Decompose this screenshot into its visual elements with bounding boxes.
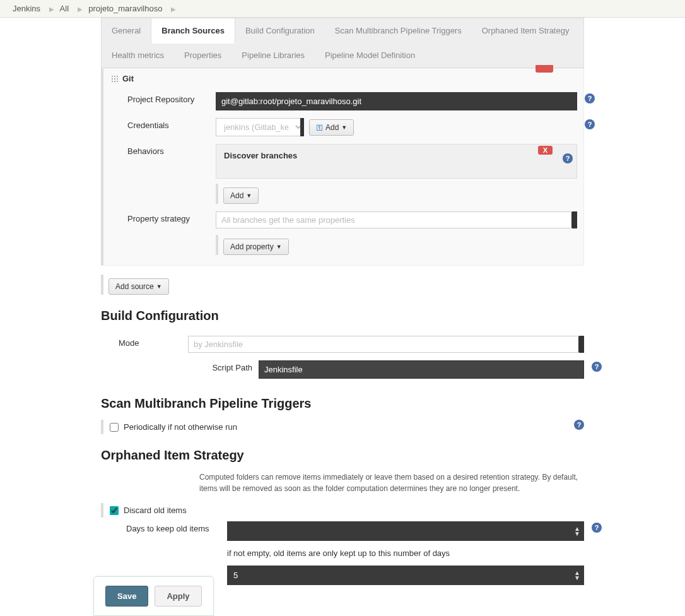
credentials-label: Credentials — [127, 118, 216, 130]
spinner-icon[interactable]: ▲▼ — [574, 571, 580, 581]
help-icon[interactable]: ? — [563, 153, 573, 163]
periodic-label: Periodically if not otherwise run — [124, 422, 237, 432]
help-icon[interactable]: ? — [585, 93, 595, 104]
discard-old-items-checkbox[interactable] — [110, 506, 119, 515]
git-title: Git — [122, 74, 134, 83]
spinner-icon[interactable]: ▲▼ — [574, 526, 580, 536]
help-icon[interactable]: ? — [585, 119, 595, 129]
apply-button[interactable]: Apply — [155, 586, 201, 607]
tab-health-metrics[interactable]: Health metrics — [102, 43, 174, 68]
bottom-action-bar: Save Apply — [93, 576, 214, 616]
chevron-right-icon: ▶ — [78, 6, 83, 13]
add-property-label: Add property — [230, 242, 274, 251]
tab-branch-sources[interactable]: Branch Sources — [151, 18, 235, 44]
discard-row: Discard old items — [101, 503, 584, 518]
help-icon[interactable]: ? — [574, 420, 584, 430]
property-strategy-label: Property strategy — [127, 211, 216, 223]
chevron-right-icon: ▶ — [49, 6, 54, 13]
build-config-heading: Build Configuration — [101, 309, 584, 323]
tab-orphaned[interactable]: Orphaned Item Strategy — [472, 18, 580, 43]
mode-label: Mode — [119, 336, 188, 348]
tab-general[interactable]: General — [102, 18, 151, 43]
save-button[interactable]: Save — [105, 586, 148, 607]
script-path-label: Script Path — [208, 360, 259, 372]
periodic-checkbox[interactable] — [110, 423, 119, 432]
script-path-input[interactable] — [259, 360, 584, 379]
git-source-block: Git Project Repository ? Credentials jen… — [101, 68, 584, 266]
behavior-title: Discover branches — [224, 151, 569, 160]
days-label: Days to keep old items — [126, 521, 227, 533]
days-hint: if not empty, old items are only kept up… — [227, 545, 584, 562]
add-behavior-button[interactable]: Add ▼ — [223, 187, 259, 204]
delete-behavior-button[interactable]: X — [538, 146, 553, 155]
mode-select[interactable]: by Jenkinsfile — [188, 336, 584, 353]
days-to-keep-input[interactable] — [227, 521, 584, 541]
select-cap — [300, 118, 304, 136]
tab-properties[interactable]: Properties — [174, 43, 231, 68]
caret-down-icon: ▼ — [341, 124, 347, 131]
add-source-button[interactable]: Add source ▼ — [108, 278, 169, 295]
scan-triggers-heading: Scan Multibranch Pipeline Triggers — [101, 396, 584, 411]
drag-handle-icon[interactable] — [111, 75, 119, 83]
project-repository-input[interactable] — [216, 92, 577, 110]
config-tabs: General Branch Sources Build Configurati… — [101, 18, 584, 68]
periodic-checkbox-row: Periodically if not otherwise run — [101, 420, 584, 434]
breadcrumb-jenkins[interactable]: Jenkins — [13, 4, 40, 13]
breadcrumb-all[interactable]: All — [60, 4, 69, 13]
breadcrumbs: Jenkins ▶ All ▶ projeto_maravilhoso ▶ — [0, 0, 685, 18]
add-label: Add — [325, 123, 339, 132]
add-property-button[interactable]: Add property ▼ — [223, 239, 289, 255]
add-source-label: Add source — [115, 282, 154, 291]
orphaned-heading: Orphaned Item Strategy — [101, 448, 584, 463]
tab-pipeline-model[interactable]: Pipeline Model Definition — [315, 43, 425, 68]
orphaned-description: Computed folders can remove items immedi… — [199, 471, 584, 494]
discover-branches-block: X ? Discover branches — [216, 144, 577, 179]
tab-build-config[interactable]: Build Configuration — [235, 18, 325, 43]
behaviors-label: Behaviors — [127, 144, 216, 156]
add-credentials-button[interactable]: ⚿ Add ▼ — [309, 119, 354, 136]
key-icon: ⚿ — [316, 124, 323, 131]
chevron-right-icon: ▶ — [171, 6, 176, 13]
add-label: Add — [230, 191, 243, 200]
credentials-select[interactable]: jenkins (Gitlab_key) — [216, 118, 304, 136]
help-icon[interactable]: ? — [592, 362, 602, 372]
max-items-input[interactable] — [227, 566, 584, 585]
max-label-truncated — [126, 566, 227, 568]
property-strategy-select[interactable]: All branches get the same properties — [216, 211, 577, 228]
help-icon[interactable]: ? — [592, 523, 602, 533]
breadcrumb-project[interactable]: projeto_maravilhoso — [88, 4, 162, 13]
delete-source-button[interactable] — [536, 65, 553, 73]
caret-down-icon: ▼ — [156, 283, 162, 290]
discard-label: Discard old items — [124, 506, 187, 515]
caret-down-icon: ▼ — [276, 244, 282, 250]
caret-down-icon: ▼ — [246, 192, 252, 199]
repo-label: Project Repository — [127, 92, 216, 104]
tab-scan-triggers[interactable]: Scan Multibranch Pipeline Triggers — [325, 18, 472, 43]
tab-pipeline-libs[interactable]: Pipeline Libraries — [231, 43, 315, 68]
